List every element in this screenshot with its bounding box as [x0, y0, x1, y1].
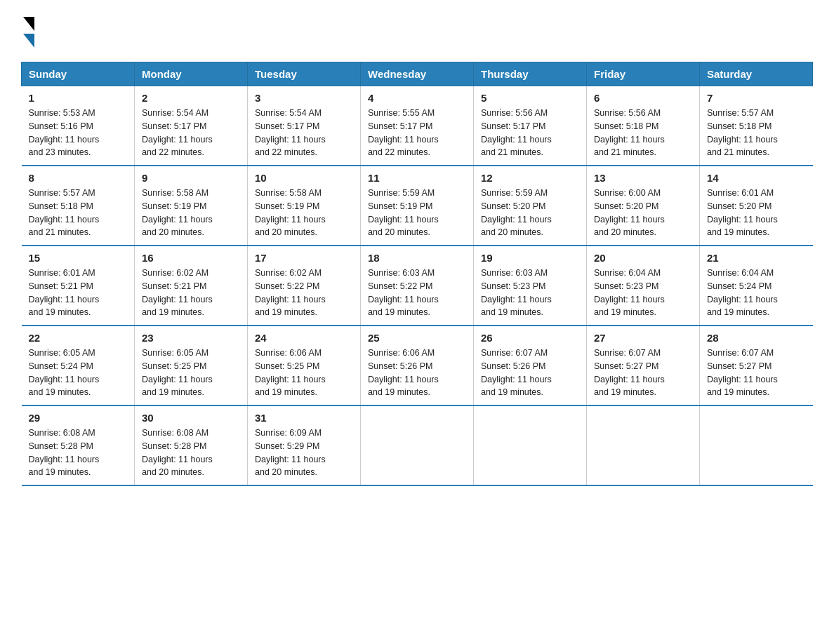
day-info: Sunrise: 6:04 AMSunset: 5:23 PMDaylight:… [594, 267, 692, 319]
day-cell: 1 Sunrise: 5:53 AMSunset: 5:16 PMDayligh… [22, 86, 135, 166]
day-cell: 25 Sunrise: 6:06 AMSunset: 5:26 PMDaylig… [361, 326, 474, 405]
day-cell: 22 Sunrise: 6:05 AMSunset: 5:24 PMDaylig… [22, 326, 135, 405]
day-cell: 15 Sunrise: 6:01 AMSunset: 5:21 PMDaylig… [22, 246, 135, 326]
day-number: 16 [142, 252, 240, 264]
day-number: 1 [29, 92, 128, 104]
day-info: Sunrise: 6:06 AMSunset: 5:26 PMDaylight:… [368, 347, 466, 399]
day-number: 15 [29, 252, 128, 264]
day-cell: 6 Sunrise: 5:56 AMSunset: 5:18 PMDayligh… [587, 86, 700, 166]
day-info: Sunrise: 6:06 AMSunset: 5:25 PMDaylight:… [255, 347, 353, 399]
day-cell: 28 Sunrise: 6:07 AMSunset: 5:27 PMDaylig… [700, 326, 813, 405]
week-row-2: 8 Sunrise: 5:57 AMSunset: 5:18 PMDayligh… [22, 166, 813, 246]
day-cell: 31 Sunrise: 6:09 AMSunset: 5:29 PMDaylig… [248, 405, 361, 485]
day-number: 14 [707, 172, 806, 184]
day-number: 12 [481, 172, 579, 184]
day-cell [474, 405, 587, 485]
day-number: 10 [255, 172, 353, 184]
day-info: Sunrise: 5:58 AMSunset: 5:19 PMDaylight:… [142, 187, 240, 239]
day-number: 4 [368, 92, 466, 104]
day-info: Sunrise: 5:57 AMSunset: 5:18 PMDaylight:… [29, 187, 128, 239]
day-cell: 17 Sunrise: 6:02 AMSunset: 5:22 PMDaylig… [248, 246, 361, 326]
day-cell: 11 Sunrise: 5:59 AMSunset: 5:19 PMDaylig… [361, 166, 474, 246]
header-row: SundayMondayTuesdayWednesdayThursdayFrid… [22, 62, 813, 86]
day-number: 29 [29, 412, 128, 424]
day-info: Sunrise: 6:03 AMSunset: 5:23 PMDaylight:… [481, 267, 579, 319]
day-cell: 23 Sunrise: 6:05 AMSunset: 5:25 PMDaylig… [135, 326, 248, 405]
day-cell: 14 Sunrise: 6:01 AMSunset: 5:20 PMDaylig… [700, 166, 813, 246]
day-cell: 9 Sunrise: 5:58 AMSunset: 5:19 PMDayligh… [135, 166, 248, 246]
day-info: Sunrise: 6:00 AMSunset: 5:20 PMDaylight:… [594, 187, 692, 239]
day-info: Sunrise: 5:53 AMSunset: 5:16 PMDaylight:… [29, 107, 128, 159]
day-info: Sunrise: 6:07 AMSunset: 5:26 PMDaylight:… [481, 347, 579, 399]
day-cell: 7 Sunrise: 5:57 AMSunset: 5:18 PMDayligh… [700, 86, 813, 166]
day-info: Sunrise: 6:03 AMSunset: 5:22 PMDaylight:… [368, 267, 466, 319]
header-saturday: Saturday [700, 62, 813, 86]
day-cell: 10 Sunrise: 5:58 AMSunset: 5:19 PMDaylig… [248, 166, 361, 246]
week-row-1: 1 Sunrise: 5:53 AMSunset: 5:16 PMDayligh… [22, 86, 813, 166]
header-monday: Monday [135, 62, 248, 86]
calendar-table: SundayMondayTuesdayWednesdayThursdayFrid… [21, 62, 813, 486]
day-info: Sunrise: 5:55 AMSunset: 5:17 PMDaylight:… [368, 107, 466, 159]
day-info: Sunrise: 6:04 AMSunset: 5:24 PMDaylight:… [707, 267, 806, 319]
day-number: 30 [142, 412, 240, 424]
day-info: Sunrise: 6:02 AMSunset: 5:22 PMDaylight:… [255, 267, 353, 319]
day-cell: 2 Sunrise: 5:54 AMSunset: 5:17 PMDayligh… [135, 86, 248, 166]
day-cell [587, 405, 700, 485]
day-info: Sunrise: 6:09 AMSunset: 5:29 PMDaylight:… [255, 427, 353, 479]
day-cell: 4 Sunrise: 5:55 AMSunset: 5:17 PMDayligh… [361, 86, 474, 166]
week-row-3: 15 Sunrise: 6:01 AMSunset: 5:21 PMDaylig… [22, 246, 813, 326]
day-number: 31 [255, 412, 353, 424]
day-info: Sunrise: 5:54 AMSunset: 5:17 PMDaylight:… [142, 107, 240, 159]
day-number: 7 [707, 92, 806, 104]
day-number: 13 [594, 172, 692, 184]
day-number: 20 [594, 252, 692, 264]
day-info: Sunrise: 5:56 AMSunset: 5:17 PMDaylight:… [481, 107, 579, 159]
day-info: Sunrise: 6:01 AMSunset: 5:21 PMDaylight:… [29, 267, 128, 319]
day-number: 27 [594, 332, 692, 344]
day-number: 2 [142, 92, 240, 104]
day-cell: 26 Sunrise: 6:07 AMSunset: 5:26 PMDaylig… [474, 326, 587, 405]
day-number: 21 [707, 252, 806, 264]
day-number: 19 [481, 252, 579, 264]
day-cell: 24 Sunrise: 6:06 AMSunset: 5:25 PMDaylig… [248, 326, 361, 405]
day-info: Sunrise: 6:08 AMSunset: 5:28 PMDaylight:… [142, 427, 240, 479]
day-number: 24 [255, 332, 353, 344]
header-thursday: Thursday [474, 62, 587, 86]
week-row-5: 29 Sunrise: 6:08 AMSunset: 5:28 PMDaylig… [22, 405, 813, 485]
day-info: Sunrise: 6:05 AMSunset: 5:25 PMDaylight:… [142, 347, 240, 399]
day-cell: 21 Sunrise: 6:04 AMSunset: 5:24 PMDaylig… [700, 246, 813, 326]
day-cell: 29 Sunrise: 6:08 AMSunset: 5:28 PMDaylig… [22, 405, 135, 485]
day-info: Sunrise: 6:02 AMSunset: 5:21 PMDaylight:… [142, 267, 240, 319]
day-cell: 27 Sunrise: 6:07 AMSunset: 5:27 PMDaylig… [587, 326, 700, 405]
day-number: 28 [707, 332, 806, 344]
day-cell: 8 Sunrise: 5:57 AMSunset: 5:18 PMDayligh… [22, 166, 135, 246]
header-wednesday: Wednesday [361, 62, 474, 86]
day-number: 6 [594, 92, 692, 104]
day-cell: 12 Sunrise: 5:59 AMSunset: 5:20 PMDaylig… [474, 166, 587, 246]
day-number: 5 [481, 92, 579, 104]
day-info: Sunrise: 6:07 AMSunset: 5:27 PMDaylight:… [594, 347, 692, 399]
day-info: Sunrise: 6:01 AMSunset: 5:20 PMDaylight:… [707, 187, 806, 239]
day-info: Sunrise: 5:59 AMSunset: 5:20 PMDaylight:… [481, 187, 579, 239]
week-row-4: 22 Sunrise: 6:05 AMSunset: 5:24 PMDaylig… [22, 326, 813, 405]
day-number: 22 [29, 332, 128, 344]
day-info: Sunrise: 5:59 AMSunset: 5:19 PMDaylight:… [368, 187, 466, 239]
day-cell: 13 Sunrise: 6:00 AMSunset: 5:20 PMDaylig… [587, 166, 700, 246]
day-cell [361, 405, 474, 485]
day-cell [700, 405, 813, 485]
day-number: 17 [255, 252, 353, 264]
day-number: 18 [368, 252, 466, 264]
day-info: Sunrise: 6:05 AMSunset: 5:24 PMDaylight:… [29, 347, 128, 399]
day-number: 9 [142, 172, 240, 184]
day-info: Sunrise: 6:07 AMSunset: 5:27 PMDaylight:… [707, 347, 806, 399]
day-number: 3 [255, 92, 353, 104]
day-info: Sunrise: 5:56 AMSunset: 5:18 PMDaylight:… [594, 107, 692, 159]
day-number: 11 [368, 172, 466, 184]
day-cell: 18 Sunrise: 6:03 AMSunset: 5:22 PMDaylig… [361, 246, 474, 326]
day-number: 25 [368, 332, 466, 344]
day-info: Sunrise: 5:57 AMSunset: 5:18 PMDaylight:… [707, 107, 806, 159]
page-header [21, 14, 813, 48]
header-sunday: Sunday [22, 62, 135, 86]
header-tuesday: Tuesday [248, 62, 361, 86]
day-number: 23 [142, 332, 240, 344]
